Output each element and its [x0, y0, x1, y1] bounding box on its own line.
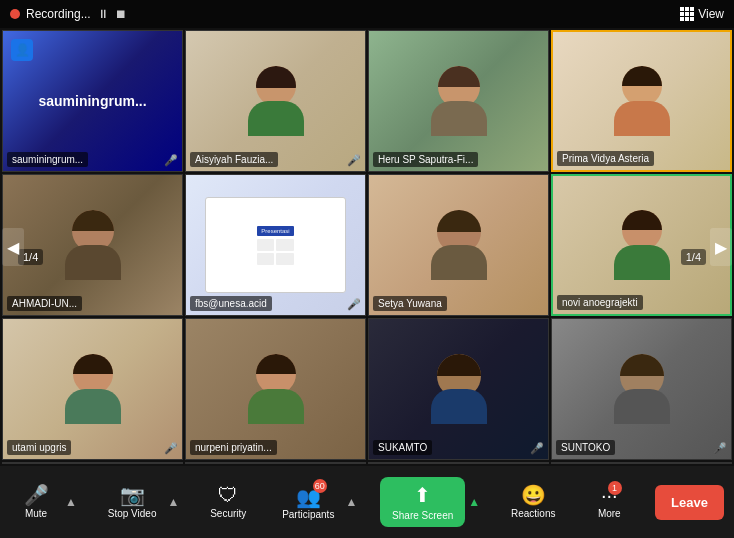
- name-label-7: Setya Yuwana: [373, 296, 447, 311]
- participant-cell-8: novi anoegrajekti: [551, 174, 732, 316]
- stop-button[interactable]: ⏹: [115, 7, 127, 21]
- name-label-2: Aisyiyah Fauzia...: [190, 152, 278, 167]
- more-badge-container: ··· 1: [601, 485, 618, 508]
- share-screen-label: Share Screen: [392, 510, 453, 521]
- name-label-5: AHMADI-UN...: [7, 296, 82, 311]
- name-label-4: Prima Vidya Asteria: [557, 151, 654, 166]
- profile-icon: 👤: [11, 39, 33, 61]
- mute-chevron[interactable]: ▲: [62, 491, 80, 513]
- share-screen-icon: ⬆: [414, 483, 431, 507]
- name-label-6: fbs@unesa.acid: [190, 296, 272, 311]
- name-label-1: sauminingrum...: [7, 152, 88, 167]
- reactions-label: Reactions: [511, 508, 555, 519]
- participant-cell-5: AHMADI-UN...: [2, 174, 183, 316]
- page-indicator-right: 1/4: [681, 249, 706, 265]
- recording-label: Recording...: [26, 7, 91, 21]
- pause-button[interactable]: ⏸: [97, 7, 109, 21]
- mute-icon-11: 🎤: [530, 442, 544, 455]
- share-chevron[interactable]: ▲: [465, 491, 483, 513]
- name-label-9: utami upgris: [7, 440, 71, 455]
- mute-icon-6: 🎤: [347, 298, 361, 311]
- camera-icon: 📷: [120, 485, 145, 505]
- reactions-button[interactable]: 😀 Reactions: [503, 481, 563, 523]
- mute-icon-12: 🎤: [713, 442, 727, 455]
- participants-icon: 👥 60: [296, 485, 321, 509]
- name-label-10: nurpeni priyatin...: [190, 440, 277, 455]
- mute-icon-9: 🎤: [164, 442, 178, 455]
- mute-button[interactable]: 🎤 Mute: [10, 481, 62, 523]
- more-label: More: [598, 508, 621, 519]
- reactions-icon: 😀: [521, 485, 546, 505]
- toolbar: 🎤 Mute ▲ 📷 Stop Video ▲ 🛡 Security 👥 60 …: [0, 466, 734, 538]
- name-label-12: SUNTOKO: [556, 440, 615, 455]
- name-label-3: Heru SP Saputra-Fi...: [373, 152, 478, 167]
- video-group: 📷 Stop Video ▲: [100, 481, 183, 523]
- security-label: Security: [210, 508, 246, 519]
- nav-right-arrow[interactable]: ▶: [710, 228, 732, 266]
- share-screen-button[interactable]: ⬆ Share Screen: [380, 477, 465, 527]
- participant-cell-6: Presentasi fbs@unesa.acid 🎤: [185, 174, 366, 316]
- participant-cell-4: Prima Vidya Asteria: [551, 30, 732, 172]
- video-grid: 👤 sauminingrum... sauminingrum... 🎤 Aisy…: [0, 28, 734, 466]
- participant-cell-7: Setya Yuwana: [368, 174, 549, 316]
- mute-label: Mute: [25, 508, 47, 519]
- security-icon: 🛡: [218, 485, 238, 505]
- participant-cell-9: utami upgris 🎤: [2, 318, 183, 460]
- participant-cell-16: Azizatuz Zahro/...: [551, 462, 732, 464]
- participant-cell-10: nurpeni priyatin...: [185, 318, 366, 460]
- participants-chevron[interactable]: ▲: [342, 491, 360, 513]
- more-button[interactable]: ··· 1 More: [583, 481, 635, 523]
- mute-icon: 🎤: [24, 485, 49, 505]
- stop-video-label: Stop Video: [108, 508, 157, 519]
- share-screen-group: ⬆ Share Screen ▲: [380, 477, 483, 527]
- stop-video-button[interactable]: 📷 Stop Video: [100, 481, 165, 523]
- participant-name-display: sauminingrum...: [38, 93, 146, 109]
- name-label-11: SUKAMTO: [373, 440, 432, 455]
- leave-button[interactable]: Leave: [655, 485, 724, 520]
- view-button[interactable]: View: [680, 7, 724, 21]
- participant-cell-15: Sawitri PBSD 🎤: [368, 462, 549, 464]
- recording-dot: [10, 9, 20, 19]
- participants-label: Participants: [282, 509, 334, 520]
- participant-cell-2: Aisyiyah Fauzia... 🎤: [185, 30, 366, 172]
- nav-left-arrow[interactable]: ◀: [2, 228, 24, 266]
- recording-indicator: Recording... ⏸ ⏹: [10, 7, 127, 21]
- participant-cell-1: 👤 sauminingrum... sauminingrum... 🎤: [2, 30, 183, 172]
- more-badge: 1: [608, 481, 622, 495]
- security-button[interactable]: 🛡 Security: [202, 481, 254, 523]
- participants-badge: 60: [313, 479, 327, 493]
- participant-cell-12: SUNTOKO 🎤: [551, 318, 732, 460]
- participant-cell-11: SUKAMTO 🎤: [368, 318, 549, 460]
- participants-button[interactable]: 👥 60 Participants: [274, 481, 342, 524]
- top-bar: Recording... ⏸ ⏹ View: [0, 0, 734, 28]
- mute-icon-1: 🎤: [164, 154, 178, 167]
- participant-cell-3: Heru SP Saputra-Fi...: [368, 30, 549, 172]
- name-label-8: novi anoegrajekti: [557, 295, 643, 310]
- participant-cell-13: Nurul Khurriyah: [2, 462, 183, 464]
- mute-icon-2: 🎤: [347, 154, 361, 167]
- video-chevron[interactable]: ▲: [164, 491, 182, 513]
- participants-group: 👥 60 Participants ▲: [274, 481, 360, 524]
- mute-group: 🎤 Mute ▲: [10, 481, 80, 523]
- participant-cell-14: Siti Gomo Attas: [185, 462, 366, 464]
- grid-icon: [680, 7, 694, 21]
